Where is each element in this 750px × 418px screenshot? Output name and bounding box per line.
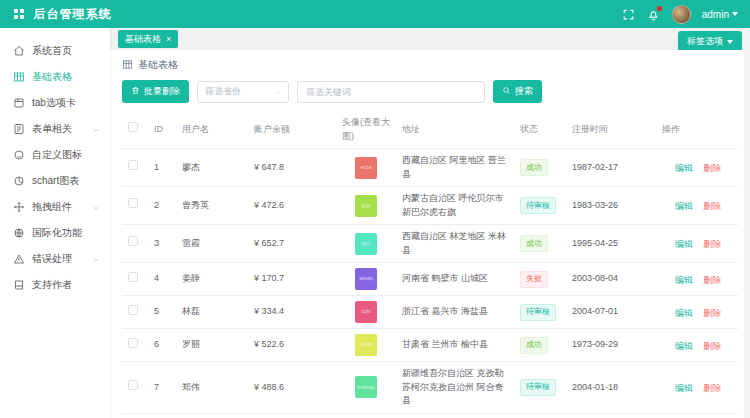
cell-id: 7 bbox=[148, 362, 176, 414]
avatar[interactable] bbox=[672, 5, 691, 24]
edit-button[interactable]: 编辑 bbox=[670, 238, 696, 251]
chevron-down-icon bbox=[92, 203, 100, 211]
sidebar-item-chart[interactable]: schart图表 bbox=[0, 168, 110, 194]
cell-balance: ¥ 170.7 bbox=[248, 263, 336, 296]
tab-close-icon[interactable]: × bbox=[166, 35, 171, 44]
avatar-thumbnail[interactable]: tnwhray bbox=[355, 376, 377, 398]
avatar-thumbnail[interactable]: afewp bbox=[355, 268, 377, 290]
fullscreen-icon[interactable] bbox=[622, 7, 636, 21]
delete-button[interactable]: 删除 bbox=[698, 162, 724, 175]
sidebar-item-book[interactable]: 支持作者 bbox=[0, 272, 110, 298]
delete-button[interactable]: 删除 bbox=[698, 274, 724, 287]
delete-button[interactable]: 删除 bbox=[698, 307, 724, 320]
cell-address: 新疆维吾尔自治区 克孜勒苏柯尔克孜自治州 阿合奇县 bbox=[396, 362, 514, 414]
bell-icon[interactable] bbox=[647, 7, 661, 21]
warning-icon bbox=[13, 253, 25, 265]
province-select[interactable]: 筛选省份 bbox=[197, 81, 289, 103]
edit-button[interactable]: 编辑 bbox=[670, 162, 696, 175]
form-icon bbox=[13, 123, 25, 135]
batch-delete-button[interactable]: 批量删除 bbox=[122, 80, 189, 103]
sidebar-item-label: schart图表 bbox=[32, 174, 79, 188]
main-area: 基础表格× 标签选项 基础表格 批量删除 筛选省份 搜索 bbox=[110, 28, 750, 418]
table-header-row: ID用户名账户余额头像(查看大图)地址状态注册时间操作 bbox=[122, 111, 738, 149]
avatar-thumbnail[interactable]: gxgr bbox=[355, 195, 377, 217]
toolbar: 批量删除 筛选省份 搜索 bbox=[122, 80, 738, 103]
cell-register-date: 2004-07-01 bbox=[566, 296, 656, 329]
delete-button[interactable]: 删除 bbox=[698, 382, 724, 395]
sidebar-item-label: 国际化功能 bbox=[32, 226, 82, 240]
avatar-thumbnail[interactable]: ecba bbox=[355, 157, 377, 179]
sidebar-item-label: tab选项卡 bbox=[32, 96, 76, 110]
sidebar-item-tab[interactable]: tab选项卡 bbox=[0, 90, 110, 116]
table-row: 7 郑伟 ¥ 488.6 tnwhray 新疆维吾尔自治区 克孜勒苏柯尔克孜自治… bbox=[122, 362, 738, 414]
column-header: ID bbox=[148, 111, 176, 149]
avatar-thumbnail[interactable]: cqfs bbox=[355, 301, 377, 323]
cell-address: 甘肃省 兰州市 榆中县 bbox=[396, 329, 514, 362]
table-row: 8 丁静 ¥ 407.5 hlwkwb 山西省 太原市 迎泽区 失败 1991-… bbox=[122, 413, 738, 418]
home-icon bbox=[13, 45, 25, 57]
column-header: 用户名 bbox=[176, 111, 248, 149]
sidebar-item-custom[interactable]: 自定义图标 bbox=[0, 142, 110, 168]
user-menu[interactable]: admin bbox=[702, 9, 738, 20]
scrollbar[interactable] bbox=[744, 28, 750, 418]
table-row: 5 林磊 ¥ 334.4 cqfs 浙江省 嘉兴市 海盐县 待审核 2004-0… bbox=[122, 296, 738, 329]
drag-icon bbox=[13, 201, 25, 213]
cell-register-date: 1991-09-26 bbox=[566, 413, 656, 418]
cell-id: 4 bbox=[148, 263, 176, 296]
edit-button[interactable]: 编辑 bbox=[670, 307, 696, 320]
row-checkbox[interactable] bbox=[128, 305, 138, 315]
table-icon bbox=[122, 59, 133, 72]
cell-username: 罗丽 bbox=[176, 329, 248, 362]
sidebar-item-warning[interactable]: 错误处理 bbox=[0, 246, 110, 272]
app-header: 后台管理系统 admin bbox=[0, 0, 750, 28]
delete-button[interactable]: 删除 bbox=[698, 238, 724, 251]
edit-button[interactable]: 编辑 bbox=[670, 340, 696, 353]
edit-button[interactable]: 编辑 bbox=[670, 274, 696, 287]
tab-基础表格[interactable]: 基础表格× bbox=[118, 30, 178, 48]
sidebar-item-drag[interactable]: 拖拽组件 bbox=[0, 194, 110, 220]
cell-id: 6 bbox=[148, 329, 176, 362]
column-header: 地址 bbox=[396, 111, 514, 149]
cell-address: 河南省 鹤壁市 山城区 bbox=[396, 263, 514, 296]
row-checkbox[interactable] bbox=[128, 338, 138, 348]
collapse-menu-icon[interactable] bbox=[14, 9, 24, 19]
tag-options-button[interactable]: 标签选项 bbox=[678, 31, 742, 52]
tab-icon bbox=[13, 97, 25, 109]
column-header: 注册时间 bbox=[566, 111, 656, 149]
cell-register-date: 1995-04-25 bbox=[566, 225, 656, 263]
status-badge: 失败 bbox=[520, 271, 548, 288]
sidebar-item-table[interactable]: 基础表格 bbox=[0, 64, 110, 90]
edit-button[interactable]: 编辑 bbox=[670, 382, 696, 395]
sidebar-item-label: 支持作者 bbox=[32, 278, 72, 292]
tab-label: 基础表格 bbox=[125, 33, 161, 46]
keyword-input[interactable] bbox=[297, 81, 485, 103]
row-checkbox[interactable] bbox=[128, 198, 138, 208]
cell-username: 廖杰 bbox=[176, 149, 248, 187]
app-title: 后台管理系统 bbox=[34, 6, 112, 23]
sidebar-item-globe[interactable]: 国际化功能 bbox=[0, 220, 110, 246]
sidebar-item-label: 错误处理 bbox=[32, 252, 72, 266]
avatar-thumbnail[interactable]: xtydsh bbox=[355, 334, 377, 356]
cell-username: 雷霞 bbox=[176, 225, 248, 263]
row-checkbox[interactable] bbox=[128, 236, 138, 246]
select-all-checkbox[interactable] bbox=[128, 122, 138, 132]
column-header: 状态 bbox=[514, 111, 566, 149]
notification-dot bbox=[657, 6, 662, 11]
search-button[interactable]: 搜索 bbox=[493, 80, 542, 103]
cell-address: 浙江省 嘉兴市 海盐县 bbox=[396, 296, 514, 329]
sidebar-item-home[interactable]: 系统首页 bbox=[0, 38, 110, 64]
edit-button[interactable]: 编辑 bbox=[670, 200, 696, 213]
cell-username: 曾秀英 bbox=[176, 187, 248, 225]
cell-address: 山西省 太原市 迎泽区 bbox=[396, 413, 514, 418]
cell-balance: ¥ 488.6 bbox=[248, 362, 336, 414]
delete-button[interactable]: 删除 bbox=[698, 340, 724, 353]
row-checkbox[interactable] bbox=[128, 160, 138, 170]
sidebar-item-form[interactable]: 表单相关 bbox=[0, 116, 110, 142]
cell-username: 丁静 bbox=[176, 413, 248, 418]
status-badge: 成功 bbox=[520, 159, 548, 176]
row-checkbox[interactable] bbox=[128, 272, 138, 282]
delete-button[interactable]: 删除 bbox=[698, 200, 724, 213]
avatar-thumbnail[interactable]: qyct bbox=[355, 233, 377, 255]
row-checkbox[interactable] bbox=[128, 380, 138, 390]
caret-down-icon bbox=[727, 40, 733, 44]
